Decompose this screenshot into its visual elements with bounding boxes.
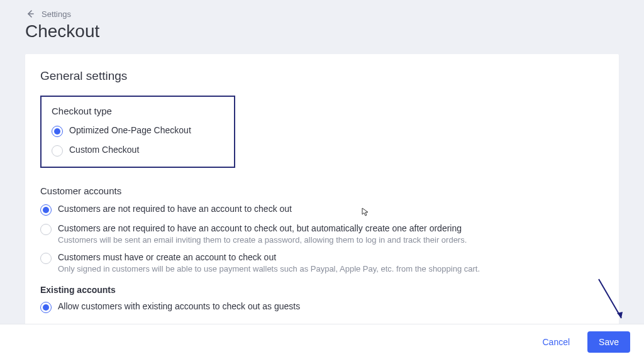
checkout-type-box: Checkout type Optimized One-Page Checkou… (40, 96, 235, 168)
radio-no-account-required[interactable]: Customers are not required to have an ac… (40, 204, 604, 216)
radio-icon (40, 253, 52, 264)
radio-label: Customers must have or create an account… (58, 252, 480, 262)
radio-label: Customers are not required to have an ac… (58, 204, 292, 214)
radio-auto-create-after-ordering[interactable]: Customers are not required to have an ac… (40, 223, 604, 245)
radio-label: Allow customers with existing accounts t… (58, 301, 300, 311)
radio-custom-checkout[interactable]: Custom Checkout (52, 145, 224, 157)
cancel-button[interactable]: Cancel (533, 332, 579, 352)
radio-icon (52, 126, 63, 137)
radio-must-have-account[interactable]: Customers must have or create an account… (40, 252, 604, 273)
checkout-type-heading: Checkout type (52, 106, 224, 116)
breadcrumb: Settings (10, 0, 634, 21)
radio-allow-guest-checkout[interactable]: Allow customers with existing accounts t… (40, 301, 604, 313)
radio-label: Optimized One-Page Checkout (69, 125, 191, 135)
existing-accounts-heading: Existing accounts (40, 285, 604, 295)
breadcrumb-label[interactable]: Settings (42, 9, 71, 19)
settings-card: General settings Checkout type Optimized… (25, 54, 619, 345)
general-settings-heading: General settings (40, 69, 604, 83)
radio-sublabel: Only signed in customers will be able to… (58, 264, 480, 273)
footer-bar: Cancel Save (0, 324, 644, 359)
radio-optimized-one-page-checkout[interactable]: Optimized One-Page Checkout (52, 125, 224, 137)
page-title: Checkout (10, 21, 634, 49)
radio-icon (40, 302, 52, 313)
customer-accounts-heading: Customer accounts (40, 185, 604, 196)
radio-label: Customers are not required to have an ac… (58, 223, 467, 233)
radio-icon (52, 145, 63, 157)
radio-label: Custom Checkout (69, 145, 139, 155)
radio-sublabel: Customers will be sent an email inviting… (58, 235, 467, 245)
customer-accounts-section: Customer accounts Customers are not requ… (40, 185, 604, 313)
back-arrow-icon[interactable] (25, 9, 35, 19)
radio-icon (40, 224, 52, 235)
radio-icon (40, 204, 52, 216)
save-button[interactable]: Save (587, 331, 630, 353)
